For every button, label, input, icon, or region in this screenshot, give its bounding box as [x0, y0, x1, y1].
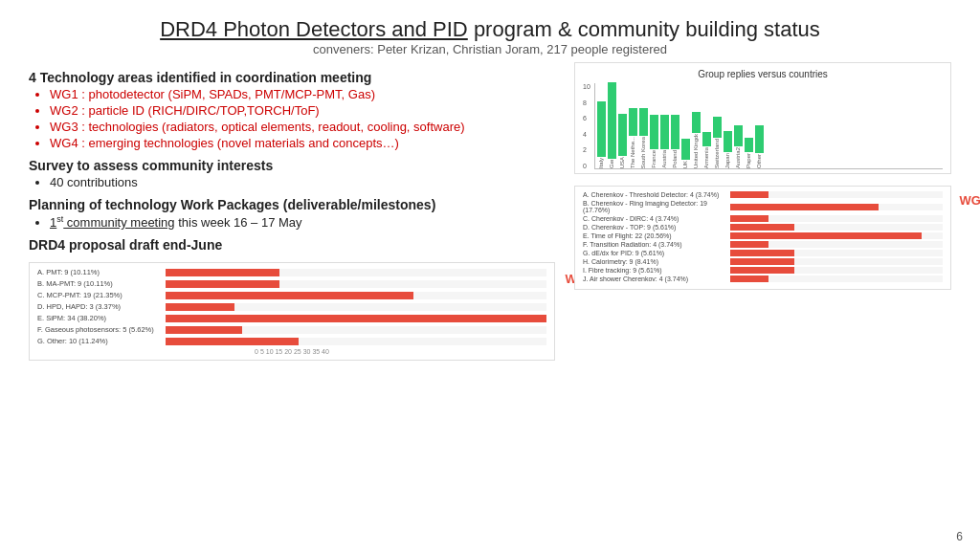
bar	[724, 131, 732, 152]
bar-group: France	[650, 82, 658, 168]
bar-group: Austria	[660, 82, 669, 168]
h-bar-fill	[166, 269, 279, 276]
title-rest: program & community building status	[468, 17, 820, 41]
h-bar-track	[730, 250, 943, 256]
content-area: 4 Technology areas identified in coordin…	[29, 62, 951, 361]
bar-label: Austria	[661, 150, 667, 168]
h-bar-fill	[730, 215, 768, 222]
h-bar-name: E. Time of Flight: 22 (20.56%)	[583, 232, 726, 239]
title-underlined: DRD4 Photon Detectors and PID	[160, 17, 468, 41]
bar-group: Other	[755, 82, 764, 168]
wg1-chart: A. PMT: 9 (10.11%)B. MA-PMT: 9 (10.11%)C…	[29, 262, 555, 361]
bar	[618, 114, 627, 156]
h-bar-row: E. Time of Flight: 22 (20.56%)	[583, 232, 943, 239]
bar-group: Germany	[608, 82, 616, 168]
bar	[650, 115, 658, 149]
bar	[608, 82, 616, 159]
bar-chart-bars: ItalyGermanyUSAThe Nethe...South KoreaFr…	[594, 83, 943, 169]
bullets1-list: WG1 : photodetector (SiPM, SPADs, PMT/MC…	[29, 87, 555, 150]
bar-label: South Korea	[640, 137, 646, 168]
h-bar-row: C. MCP-PMT: 19 (21.35%)	[37, 291, 546, 299]
wg1-rows: A. PMT: 9 (10.11%)B. MA-PMT: 9 (10.11%)C…	[37, 268, 546, 345]
bar-label: France	[651, 150, 657, 168]
section4-heading: DRD4 proposal draft end-June	[29, 237, 555, 253]
bar-label: USA	[619, 157, 625, 168]
h-bar-fill	[166, 338, 299, 345]
bullet1-item1: WG1 : photodetector (SiPM, SPADs, PMT/MC…	[50, 87, 555, 101]
h-bar-track	[166, 280, 546, 288]
h-bar-track	[166, 269, 546, 276]
bar-group: Poland	[671, 82, 679, 168]
bar-group: UK	[681, 82, 690, 168]
h-bar-name: G. dE/dx for PID: 9 (5.61%)	[583, 250, 726, 256]
bar	[745, 138, 753, 152]
bar-label: UK	[682, 161, 688, 168]
h-bar-fill	[166, 280, 279, 288]
bullets3-text: community meeting	[63, 215, 174, 230]
bar-label: Italy	[598, 158, 604, 168]
h-bar-track	[730, 224, 943, 231]
h-bar-name: F. Transition Radiation: 4 (3.74%)	[583, 241, 726, 248]
h-bar-track	[730, 215, 943, 222]
h-bar-fill	[730, 267, 794, 274]
bar	[639, 108, 648, 136]
bullets3-rest: this week 16 – 17 May	[175, 215, 302, 230]
bar	[671, 115, 679, 149]
h-bar-fill	[730, 241, 768, 248]
bar-group: Austria2	[734, 82, 743, 168]
title-block: DRD4 Photon Detectors and PID program & …	[29, 17, 951, 56]
h-bar-row: I. Fibre tracking: 9 (5.61%)	[583, 267, 943, 274]
h-bar-track	[166, 292, 546, 299]
bar-group: Switzerland	[713, 82, 722, 168]
bullet1-item3: WG3 : technologies (radiators, optical e…	[50, 120, 555, 134]
h-bar-track	[730, 276, 943, 282]
bar	[629, 108, 637, 136]
h-bar-row: B. MA-PMT: 9 (10.11%)	[37, 279, 546, 288]
bar-group: USA	[618, 82, 627, 168]
bullet1-item4: WG4 : emerging technologies (novel mater…	[50, 136, 555, 150]
wg2-chart-container: A. Cherenkov - Threshold Detector: 4 (3.…	[574, 186, 951, 290]
h-bar-name: I. Fibre tracking: 9 (5.61%)	[583, 267, 726, 274]
h-bar-name: C. MCP-PMT: 19 (21.35%)	[37, 291, 162, 299]
bar-group: The Nethe...	[629, 82, 637, 168]
h-bar-fill	[730, 224, 794, 231]
bar-chart-container: Group replies versus countries 10 8 6 4 …	[574, 62, 951, 174]
bullet2-item1: 40 contributions	[50, 175, 555, 189]
section2-heading: Survey to assess community interests	[29, 158, 555, 173]
left-column: 4 Technology areas identified in coordin…	[29, 62, 565, 361]
h-bar-name: B. MA-PMT: 9 (10.11%)	[37, 279, 162, 288]
bar-label: Japan	[724, 153, 730, 168]
h-bar-track	[166, 303, 546, 311]
h-bar-name: H. Calorimetry: 9 (8.41%)	[583, 258, 726, 265]
h-bar-fill	[730, 204, 879, 210]
bar-group: United Kingdom	[692, 82, 701, 168]
h-bar-name: F. Gaseous photosensors: 5 (5.62%)	[37, 325, 162, 334]
h-bar-fill	[166, 292, 413, 299]
bullet1-item2: WG2 : particle ID (RICH/DIRC/TOP,TORCH/T…	[50, 103, 555, 118]
right-column: Group replies versus countries 10 8 6 4 …	[574, 62, 951, 361]
bar	[681, 139, 690, 160]
bar-group: Armenia	[702, 82, 711, 168]
h-bar-fill	[730, 276, 768, 282]
h-bar-name: G. Other: 10 (11.24%)	[37, 337, 162, 345]
h-bar-row: B. Cherenkov - Ring Imaging Detector: 19…	[583, 200, 943, 213]
bar	[755, 125, 764, 153]
h-bar-row: E. SiPM: 34 (38.20%)	[37, 314, 546, 322]
bullets2-list: 40 contributions	[29, 175, 555, 189]
y-axis: 10 8 6 4 2 0	[583, 83, 590, 169]
bullet3-item1: 1st community meeting this week 16 – 17 …	[50, 214, 555, 230]
h-bar-name: D. Cherenkov - TOP: 9 (5.61%)	[583, 224, 726, 231]
wg1-chart-container: A. PMT: 9 (10.11%)B. MA-PMT: 9 (10.11%)C…	[29, 262, 555, 361]
h-bar-fill	[730, 191, 768, 198]
h-bar-track	[730, 258, 943, 265]
bar-label: Poland	[672, 150, 678, 168]
h-bar-fill	[730, 250, 794, 256]
h-bar-fill	[166, 315, 546, 322]
h-bar-row: G. dE/dx for PID: 9 (5.61%)	[583, 250, 943, 256]
h-bar-name: B. Cherenkov - Ring Imaging Detector: 19…	[583, 200, 726, 213]
section1-heading: 4 Technology areas identified in coordin…	[29, 70, 555, 85]
title-subtitle: conveners: Peter Krizan, Christian Joram…	[29, 42, 951, 56]
h-bar-name: J. Air shower Cherenkov: 4 (3.74%)	[583, 276, 726, 282]
wg2-label: WG2	[959, 193, 980, 208]
bullets3-list: 1st community meeting this week 16 – 17 …	[29, 214, 555, 230]
